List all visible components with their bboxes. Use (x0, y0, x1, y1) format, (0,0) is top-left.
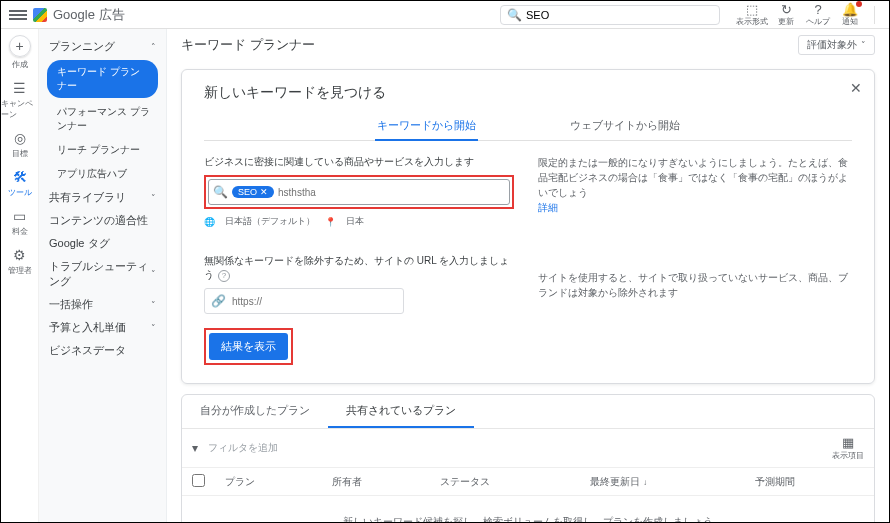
col-plan[interactable]: プラン (215, 468, 322, 496)
url-input-label: 無関係なキーワードを除外するため、サイトの URL を入力しましょう (204, 254, 514, 282)
select-all-checkbox[interactable] (192, 474, 205, 487)
sidebar-group-business-data[interactable]: ビジネスデータ (39, 339, 166, 362)
keyword-chip[interactable]: SEO✕ (232, 186, 274, 198)
sidebar-group-troubleshoot[interactable]: トラブルシューティング˅ (39, 255, 166, 293)
main: キーワード プランナー 評価対象外˅ ✕ 新しいキーワードを見つける キーワード… (167, 29, 889, 522)
sidebar-item-performance-planner[interactable]: パフォーマンス プランナー (39, 100, 166, 138)
chip-remove-icon[interactable]: ✕ (260, 187, 268, 197)
sidebar-item-keyword-planner[interactable]: キーワード プランナー (47, 60, 158, 98)
tab-start-with-website[interactable]: ウェブサイトから開始 (568, 112, 682, 141)
sort-desc-icon: ↓ (643, 478, 647, 487)
divider (874, 6, 875, 24)
sidebar-group-content-suitability[interactable]: コンテンツの適合性 (39, 209, 166, 232)
header-search[interactable]: 🔍 (500, 5, 720, 25)
display-mode-icon: ⬚ (746, 3, 758, 16)
rail-admin[interactable]: ⚙管理者 (8, 247, 32, 276)
url-input[interactable]: 🔗 (204, 288, 404, 314)
col-updated[interactable]: 最終更新日 ↓ (580, 468, 745, 496)
keyword-input[interactable]: 🔍 SEO✕ (208, 179, 510, 205)
rail-create[interactable]: +作成 (9, 35, 31, 70)
chevron-down-icon: ˅ (861, 40, 866, 50)
header-search-input[interactable] (526, 9, 713, 21)
show-results-button[interactable]: 結果を表示 (209, 333, 288, 360)
location-selector[interactable]: 日本 (346, 215, 364, 228)
col-status[interactable]: ステータス (430, 468, 580, 496)
plans-panel: 自分が作成したプラン 共有されているプラン ▾ フィルタを追加 ▦表示項目 プラ… (181, 394, 875, 522)
rail-tools[interactable]: 🛠ツール (8, 169, 32, 198)
highlight-box: 🔍 SEO✕ (204, 175, 514, 209)
url-text-input[interactable] (232, 296, 397, 307)
billing-icon: ▭ (13, 208, 26, 224)
tab-shared-plans[interactable]: 共有されているプラン (328, 395, 474, 428)
filter-placeholder[interactable]: フィルタを追加 (208, 441, 278, 455)
page-title: キーワード プランナー (181, 36, 315, 54)
rail-billing[interactable]: ▭料金 (12, 208, 28, 237)
filter-icon[interactable]: ▾ (192, 441, 198, 455)
language-icon: 🌐 (204, 217, 215, 227)
brand-name: Google 広告 (53, 6, 125, 24)
empty-state-text: 新しいキーワード候補を探し、検索ボリュームを取得し、プランを作成しましょう (182, 496, 874, 522)
hamburger-menu-icon[interactable] (9, 10, 27, 20)
goals-icon: ◎ (14, 130, 26, 146)
sidebar-group-google-tag[interactable]: Google タグ (39, 232, 166, 255)
refresh-icon: ↻ (781, 3, 792, 16)
sidebar-group-planning[interactable]: プランニング˄ (39, 35, 166, 58)
notifications-button[interactable]: 🔔通知 (836, 3, 864, 27)
sidebar-item-reach-planner[interactable]: リーチ プランナー (39, 138, 166, 162)
url-tip-text: サイトを使用すると、サイトで取り扱っていないサービス、商品、ブランドは対象から除… (538, 270, 852, 300)
search-icon: 🔍 (213, 185, 228, 199)
campaigns-icon: ☰ (13, 80, 26, 96)
col-owner[interactable]: 所有者 (322, 468, 429, 496)
plans-table: プラン 所有者 ステータス 最終更新日 ↓ 予測期間 (182, 468, 874, 496)
tab-start-with-keywords[interactable]: キーワードから開始 (375, 112, 478, 141)
columns-button[interactable]: ▦表示項目 (832, 435, 864, 461)
keyword-input-label: ビジネスに密接に関連している商品やサービスを入力します (204, 155, 514, 169)
chevron-down-icon: ˅ (151, 323, 156, 333)
bell-icon: 🔔 (842, 3, 858, 16)
chevron-up-icon: ˄ (151, 42, 156, 52)
refresh-button[interactable]: ↻更新 (772, 3, 800, 27)
help-button[interactable]: ?ヘルプ (804, 3, 832, 27)
plus-icon: + (9, 35, 31, 57)
col-forecast[interactable]: 予測期間 (745, 468, 874, 496)
chevron-down-icon: ˅ (151, 269, 156, 279)
chevron-down-icon: ˅ (151, 193, 156, 203)
left-rail: +作成 ☰キャンペーン ◎目標 🛠ツール ▭料金 ⚙管理者 (1, 29, 39, 522)
scope-button[interactable]: 評価対象外˅ (798, 35, 875, 55)
find-keywords-card: ✕ 新しいキーワードを見つける キーワードから開始 ウェブサイトから開始 ビジネ… (181, 69, 875, 384)
help-tooltip-icon[interactable] (214, 269, 230, 280)
link-icon: 🔗 (211, 294, 226, 308)
sidebar-group-budget[interactable]: 予算と入札単価˅ (39, 316, 166, 339)
search-icon: 🔍 (507, 8, 522, 22)
location-icon: 📍 (325, 217, 336, 227)
admin-icon: ⚙ (13, 247, 26, 263)
rail-campaigns[interactable]: ☰キャンペーン (1, 80, 38, 120)
learn-more-link[interactable]: 詳細 (538, 200, 852, 215)
display-mode-button[interactable]: ⬚表示形式 (736, 3, 768, 27)
sidebar-group-bulk[interactable]: 一括操作˅ (39, 293, 166, 316)
language-selector[interactable]: 日本語（デフォルト） (225, 215, 315, 228)
sidebar: プランニング˄ キーワード プランナー パフォーマンス プランナー リーチ プラ… (39, 29, 167, 522)
sidebar-group-shared-library[interactable]: 共有ライブラリ˅ (39, 186, 166, 209)
sidebar-item-app-hub[interactable]: アプリ広告ハブ (39, 162, 166, 186)
close-button[interactable]: ✕ (850, 80, 862, 96)
keyword-tip-text: 限定的または一般的になりすぎないようにしましょう。たとえば、食品宅配ビジネスの場… (538, 155, 852, 200)
rail-goals[interactable]: ◎目標 (12, 130, 28, 159)
keyword-text-input[interactable] (278, 187, 505, 198)
google-ads-logo (33, 8, 47, 22)
tab-my-plans[interactable]: 自分が作成したプラン (182, 395, 328, 428)
highlight-box: 結果を表示 (204, 328, 293, 365)
card-title: 新しいキーワードを見つける (204, 84, 852, 102)
tools-icon: 🛠 (13, 169, 27, 185)
help-icon: ? (814, 3, 821, 16)
chevron-down-icon: ˅ (151, 300, 156, 310)
columns-icon: ▦ (832, 435, 864, 450)
